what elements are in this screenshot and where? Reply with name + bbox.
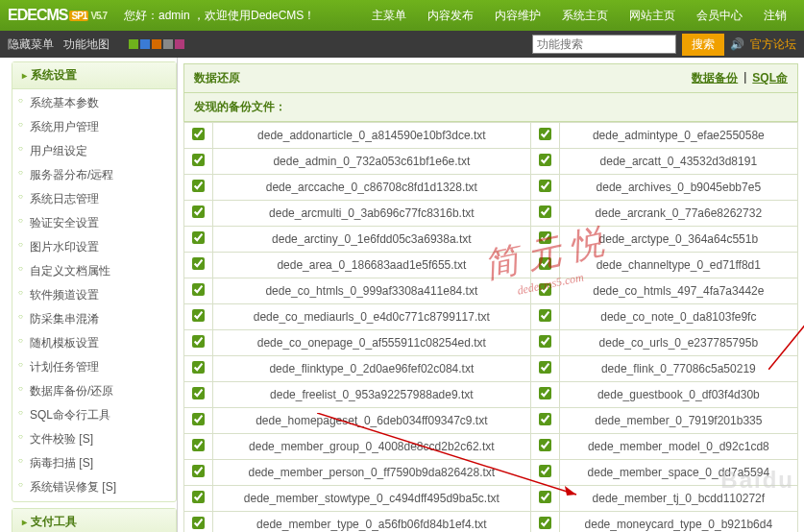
logo-sp-badge: SP1 [69, 11, 88, 21]
search-button[interactable]: 搜索 [682, 34, 724, 56]
sidebar-item[interactable]: 图片水印设置 [12, 235, 176, 259]
theme-orange[interactable] [152, 39, 161, 49]
file-checkbox[interactable] [539, 517, 551, 529]
main-header: 数据还原 数据备份 | SQL命 [183, 63, 798, 93]
baidu-watermark: Baidu [720, 467, 794, 494]
nav-sitehome[interactable]: 网站主页 [620, 4, 685, 28]
file-name-cell: dede_member_stowtype_0_c494dff495d9ba5c.… [213, 486, 531, 512]
file-checkbox[interactable] [539, 413, 551, 425]
backup-file-table: dede_addonarticle_0_a814590e10bf3dce.txt… [183, 122, 798, 532]
logo: EDE CMS SP1 V5.7 [8, 7, 107, 24]
file-checkbox[interactable] [192, 517, 205, 529]
file-checkbox[interactable] [539, 128, 551, 140]
file-checkbox[interactable] [539, 491, 551, 503]
sidebar-item[interactable]: 计划任务管理 [12, 355, 176, 379]
sql-cmd-link[interactable]: SQL命 [752, 70, 788, 86]
file-checkbox[interactable] [192, 491, 205, 503]
file-checkbox[interactable] [539, 361, 551, 374]
file-checkbox[interactable] [192, 206, 205, 218]
table-row: dede_member_person_0_ff7590b9da826428.tx… [184, 460, 798, 486]
sidebar-item[interactable]: 系统错误修复 [S] [12, 475, 176, 499]
sidebar-group-title[interactable]: 系统设置 [12, 62, 176, 89]
file-checkbox[interactable] [539, 465, 551, 477]
theme-pink[interactable] [175, 39, 184, 49]
file-checkbox[interactable] [192, 465, 205, 477]
table-row: dede_co_htmls_0_999af3308a411e84.txtdede… [184, 278, 798, 304]
sidebar-item[interactable]: 自定义文档属性 [12, 259, 176, 283]
file-name-cell: dede_member_person_0_ff7590b9da826428.tx… [213, 460, 531, 486]
table-row: dede_co_mediaurls_0_e4d0c771c8799117.txt… [184, 304, 798, 330]
file-checkbox[interactable] [192, 335, 205, 348]
file-name-cell: dede_co_note_0_da8103fe9fc [559, 304, 797, 330]
file-checkbox[interactable] [539, 309, 551, 322]
file-checkbox[interactable] [539, 439, 551, 451]
file-checkbox[interactable] [192, 309, 205, 322]
nav-main[interactable]: 主菜单 [362, 4, 416, 28]
file-checkbox[interactable] [192, 283, 205, 296]
theme-green[interactable] [129, 39, 138, 49]
hide-menu-link[interactable]: 隐藏菜单 [8, 36, 54, 53]
file-checkbox[interactable] [192, 231, 205, 244]
file-name-cell: dede_arccache_0_c86708c8fd1d1328.txt [213, 175, 531, 201]
nav-syshome[interactable]: 系统主页 [552, 4, 618, 28]
backup-link[interactable]: 数据备份 [692, 70, 738, 86]
sidebar-item[interactable]: 软件频道设置 [12, 283, 176, 307]
sidebar-item[interactable]: 防采集串混淆 [12, 307, 176, 331]
nav-member[interactable]: 会员中心 [687, 4, 752, 28]
sidebar-group-title[interactable]: 支付工具 [12, 509, 176, 532]
file-checkbox[interactable] [192, 128, 205, 140]
file-checkbox[interactable] [192, 361, 205, 374]
nav-logout[interactable]: 注销 [754, 4, 796, 28]
page-title: 数据还原 [194, 70, 240, 86]
file-name-cell: dede_co_htmls_497_4fa7a3442e [559, 278, 797, 304]
sidebar-item[interactable]: 随机模板设置 [12, 331, 176, 355]
file-checkbox[interactable] [192, 387, 205, 399]
sidebar-item[interactable]: 文件校验 [S] [12, 427, 176, 451]
file-checkbox[interactable] [539, 387, 551, 399]
sidebar-item[interactable]: 系统日志管理 [12, 187, 176, 211]
file-name-cell: dede_channeltype_0_ed71ff8d1 [559, 253, 797, 278]
file-checkbox[interactable] [539, 180, 551, 192]
sidebar-item[interactable]: SQL命令行工具 [12, 403, 176, 427]
table-row: dede_flinktype_0_2d0ae96fef02c084.txtded… [184, 356, 798, 382]
sidebar-item[interactable]: 系统用户管理 [12, 115, 176, 139]
main-panel: 数据还原 数据备份 | SQL命 发现的备份文件： dede_addonarti… [178, 58, 804, 532]
file-checkbox[interactable] [539, 257, 551, 270]
sidebar-item[interactable]: 系统基本参数 [12, 91, 176, 115]
file-name-cell: dede_member_group_0_4008de8ccd2b2c62.txt [213, 434, 531, 460]
file-checkbox[interactable] [192, 257, 205, 270]
file-name-cell: dede_arctiny_0_1e6fdd05c3a6938a.txt [213, 227, 531, 253]
file-checkbox[interactable] [192, 180, 205, 192]
file-checkbox[interactable] [192, 413, 205, 425]
table-row: dede_arcmulti_0_3ab696c77fc8316b.txtdede… [184, 201, 798, 227]
file-checkbox[interactable] [539, 206, 551, 218]
forum-link[interactable]: 官方论坛 [750, 36, 796, 53]
table-row: dede_member_stowtype_0_c494dff495d9ba5c.… [184, 486, 798, 512]
file-name-cell: dede_moneycard_type_0_b921b6d4 [559, 512, 797, 533]
logo-mid: CMS [37, 7, 68, 24]
table-row: dede_addonarticle_0_a814590e10bf3dce.txt… [184, 123, 798, 149]
nav-maintain[interactable]: 内容维护 [485, 4, 550, 28]
theme-blue[interactable] [140, 39, 150, 49]
theme-gray[interactable] [163, 39, 173, 49]
function-map-link[interactable]: 功能地图 [63, 36, 110, 53]
file-name-cell: dede_addonarticle_0_a814590e10bf3dce.txt [213, 123, 531, 149]
nav-publish[interactable]: 内容发布 [418, 4, 483, 28]
file-checkbox[interactable] [539, 231, 551, 244]
file-checkbox[interactable] [192, 154, 205, 166]
file-name-cell: dede_arcatt_0_43532d3d8191 [559, 149, 797, 175]
file-name-cell: dede_co_onepage_0_af555911c08254ed.txt [213, 330, 531, 356]
found-files-label: 发现的备份文件： [183, 93, 798, 122]
sidebar-item[interactable]: 服务器分布/远程 [12, 163, 176, 187]
table-row: dede_admin_0_732a053c61bf1e6e.txtdede_ar… [184, 149, 798, 175]
file-checkbox[interactable] [539, 283, 551, 296]
sidebar-item[interactable]: 病毒扫描 [S] [12, 451, 176, 475]
file-checkbox[interactable] [192, 439, 205, 451]
sidebar-item[interactable]: 验证安全设置 [12, 211, 176, 235]
file-name-cell: dede_admintype_0_efae255058e [559, 123, 797, 149]
file-checkbox[interactable] [539, 154, 551, 166]
sidebar-item[interactable]: 数据库备份/还原 [12, 379, 176, 403]
sidebar-item[interactable]: 用户组设定 [12, 139, 176, 163]
file-checkbox[interactable] [539, 335, 551, 348]
function-search-input[interactable] [532, 35, 676, 54]
